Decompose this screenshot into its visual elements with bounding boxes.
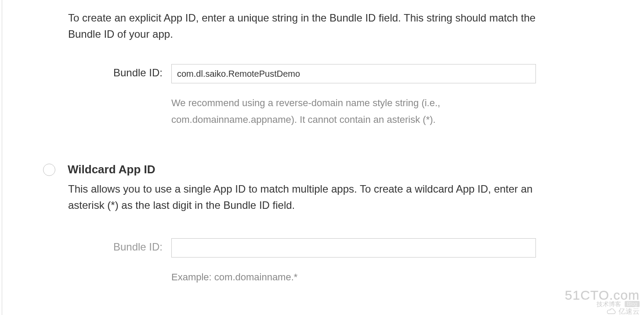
explicit-bundle-id-input[interactable] (171, 64, 536, 83)
app-id-form-content: To create an explicit App ID, enter a un… (0, 0, 644, 285)
cloud-icon (607, 308, 616, 315)
watermark-block: 51CTO.com 技术博客 Blog 亿速云 (565, 289, 640, 315)
watermark-51cto-sub-left: 技术博客 (597, 301, 621, 307)
watermark-yisu: 亿速云 (565, 308, 640, 315)
wildcard-app-id-radio[interactable] (43, 164, 55, 176)
wildcard-app-id-option: Wildcard App ID This allows you to use a… (0, 163, 644, 285)
wildcard-app-id-description: This allows you to use a single App ID t… (68, 181, 560, 213)
wildcard-bundle-id-hint: Example: com.domainname.* (171, 269, 536, 285)
explicit-bundle-id-row: Bundle ID: We recommend using a reverse-… (68, 64, 644, 128)
wildcard-option-header: Wildcard App ID (43, 163, 644, 176)
wildcard-bundle-id-field-wrap: Example: com.domainname.* (171, 238, 536, 285)
watermark-51cto: 51CTO.com (565, 289, 640, 302)
wildcard-bundle-id-label: Bundle ID: (68, 238, 171, 253)
watermark-51cto-sub-right: Blog (625, 301, 640, 307)
wildcard-bundle-id-input (171, 238, 536, 258)
explicit-bundle-id-label: Bundle ID: (68, 64, 171, 79)
wildcard-bundle-id-row: Bundle ID: Example: com.domainname.* (68, 238, 644, 285)
watermark-yisu-text: 亿速云 (619, 308, 640, 315)
explicit-bundle-id-hint: We recommend using a reverse-domain name… (171, 95, 536, 128)
explicit-app-id-description: To create an explicit App ID, enter a un… (68, 10, 560, 42)
wildcard-app-id-title: Wildcard App ID (68, 163, 156, 176)
explicit-bundle-id-field-wrap: We recommend using a reverse-domain name… (171, 64, 536, 128)
